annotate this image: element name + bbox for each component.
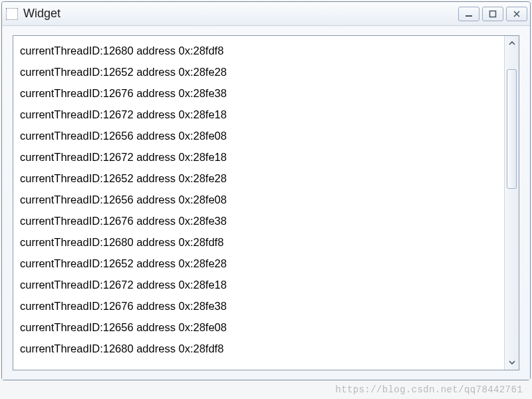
close-icon [513,10,521,18]
chevron-up-icon [509,40,515,47]
log-line: currentThreadID:12672 address 0x:28fe18 [20,104,499,125]
maximize-icon [489,10,497,18]
log-line: currentThreadID:12656 address 0x:28fe08 [20,317,499,338]
log-line: currentThreadID:12676 address 0x:28fe38 [20,210,499,231]
log-content: currentThreadID:12680 address 0x:28fdf8c… [13,36,504,370]
log-line: currentThreadID:12676 address 0x:28fe38 [20,82,499,104]
watermark: https://blog.csdn.net/qq78442761 [335,384,523,395]
log-line: currentThreadID:12672 address 0x:28fe18 [20,146,499,168]
scroll-thumb[interactable] [507,69,517,189]
log-line: currentThreadID:12652 address 0x:28fe28 [20,168,499,189]
minimize-icon [465,10,473,18]
scroll-track[interactable] [505,51,519,355]
svg-rect-0 [466,15,472,17]
scroll-up-button[interactable] [505,36,519,51]
log-line: currentThreadID:12656 address 0x:28fe08 [20,125,499,146]
scroll-down-button[interactable] [505,355,519,370]
close-button[interactable] [506,7,527,21]
log-textarea[interactable]: currentThreadID:12680 address 0x:28fdf8c… [13,35,519,370]
titlebar[interactable]: Widget [2,2,530,26]
window-title: Widget [23,7,458,21]
maximize-button[interactable] [482,7,503,21]
svg-rect-1 [490,11,496,17]
log-line: currentThreadID:12680 address 0x:28fdf8 [20,231,499,253]
app-window: Widget currentThreadID:12680 address 0x:… [1,1,531,380]
vertical-scrollbar[interactable] [504,36,519,370]
window-controls [458,7,527,21]
client-area: currentThreadID:12680 address 0x:28fdf8c… [2,26,530,380]
log-line: currentThreadID:12680 address 0x:28fdf8 [20,40,499,61]
log-line: currentThreadID:12680 address 0x:28fdf8 [20,338,499,359]
log-line: currentThreadID:12652 address 0x:28fe28 [20,253,499,274]
log-line: currentThreadID:12656 address 0x:28fe08 [20,189,499,210]
app-icon [6,8,18,20]
chevron-down-icon [509,359,515,366]
log-line: currentThreadID:12676 address 0x:28fe38 [20,295,499,317]
minimize-button[interactable] [458,7,479,21]
log-line: currentThreadID:12672 address 0x:28fe18 [20,274,499,295]
log-line: currentThreadID:12652 address 0x:28fe28 [20,61,499,82]
